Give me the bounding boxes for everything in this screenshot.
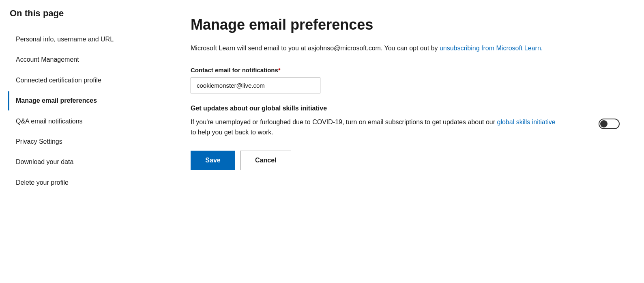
contact-email-label: Contact email for notifications* xyxy=(191,67,620,73)
page-title: Manage email preferences xyxy=(191,16,620,33)
sidebar-link-privacy-settings[interactable]: Privacy Settings xyxy=(8,132,166,151)
sidebar: On this page Personal info, username and… xyxy=(0,0,166,283)
initiative-title: Get updates about our global skills init… xyxy=(191,105,620,112)
sidebar-item-download-data: Download your data xyxy=(8,153,166,171)
sidebar-item-qa-email: Q&A email notifications xyxy=(8,112,166,131)
initiative-section: Get updates about our global skills init… xyxy=(191,105,620,138)
save-button[interactable]: Save xyxy=(191,151,235,170)
cancel-button[interactable]: Cancel xyxy=(240,151,291,170)
sidebar-item-manage-email: Manage email preferences xyxy=(8,91,166,110)
sidebar-navigation: Personal info, username and URL Account … xyxy=(8,30,166,192)
initiative-desc-post: to help you get back to work. xyxy=(191,129,273,136)
description-pre: Microsoft Learn will send email to you a… xyxy=(191,45,438,52)
sidebar-link-qa-email[interactable]: Q&A email notifications xyxy=(8,112,166,131)
sidebar-link-delete-profile[interactable]: Delete your profile xyxy=(8,173,166,192)
sidebar-item-delete-profile: Delete your profile xyxy=(8,173,166,192)
sidebar-title: On this page xyxy=(8,8,166,19)
sidebar-link-account-management[interactable]: Account Management xyxy=(8,50,166,69)
required-star: * xyxy=(278,67,281,73)
sidebar-link-download-data[interactable]: Download your data xyxy=(8,153,166,171)
sidebar-link-manage-email[interactable]: Manage email preferences xyxy=(8,91,166,110)
initiative-desc-pre: If you're unemployed or furloughed due t… xyxy=(191,119,495,125)
global-skills-toggle[interactable] xyxy=(599,119,620,129)
toggle-track xyxy=(599,119,620,129)
sidebar-link-personal-info[interactable]: Personal info, username and URL xyxy=(8,30,166,49)
sidebar-item-personal-info: Personal info, username and URL xyxy=(8,30,166,49)
sidebar-item-connected-certification: Connected certification profile xyxy=(8,71,166,90)
button-row: Save Cancel xyxy=(191,151,620,170)
sidebar-link-connected-certification[interactable]: Connected certification profile xyxy=(8,71,166,90)
initiative-header: If you're unemployed or furloughed due t… xyxy=(191,117,620,138)
sidebar-item-privacy-settings: Privacy Settings xyxy=(8,132,166,151)
main-content: Manage email preferences Microsoft Learn… xyxy=(166,0,644,283)
contact-email-input[interactable] xyxy=(191,78,320,93)
sidebar-item-account-management: Account Management xyxy=(8,50,166,69)
unsubscribe-link[interactable]: unsubscribing from Microsoft Learn. xyxy=(440,45,543,52)
contact-email-section: Contact email for notifications* xyxy=(191,67,620,93)
toggle-thumb xyxy=(600,120,608,127)
global-skills-link[interactable]: global skills initiative xyxy=(497,119,556,125)
initiative-description: If you're unemployed or furloughed due t… xyxy=(191,117,556,138)
description-text: Microsoft Learn will send email to you a… xyxy=(191,43,556,54)
toggle-container[interactable] xyxy=(599,119,620,129)
